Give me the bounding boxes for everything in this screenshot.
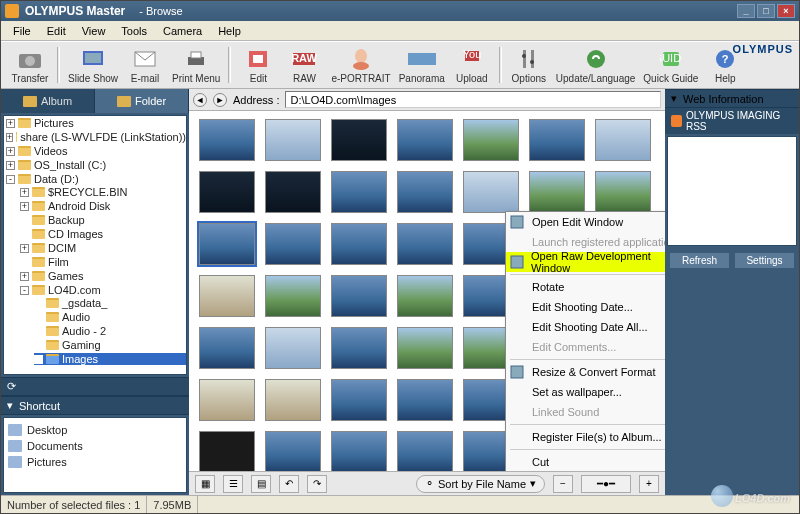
nav-forward-button[interactable]: ► — [213, 93, 227, 107]
email-button[interactable]: E-mail — [122, 44, 168, 86]
tree-twisty[interactable]: + — [6, 133, 13, 142]
thumbnail[interactable] — [529, 171, 585, 213]
thumbnail[interactable] — [265, 119, 321, 161]
menu-item[interactable]: Edit Shooting Date All... — [506, 317, 665, 337]
thumbnail[interactable] — [331, 171, 387, 213]
thumbnail[interactable] — [397, 327, 453, 369]
tree-twisty[interactable]: - — [20, 286, 29, 295]
thumbnail[interactable] — [265, 431, 321, 471]
menu-item[interactable]: Edit Shooting Date... — [506, 297, 665, 317]
view-detail-button[interactable]: ▤ — [251, 475, 271, 493]
thumbnail[interactable] — [397, 275, 453, 317]
menu-item[interactable]: Cut — [506, 452, 665, 471]
folder-tree[interactable]: +Pictures+share (LS-WVLFDE (LinkStation)… — [3, 115, 187, 375]
thumbnail[interactable] — [265, 223, 321, 265]
tree-node[interactable]: -LO4D.com — [20, 284, 186, 296]
settings-button[interactable]: Settings — [734, 252, 795, 269]
zoom-slider[interactable]: ━●━ — [581, 475, 631, 493]
menu-edit[interactable]: Edit — [39, 23, 74, 39]
tree-node[interactable]: Gaming — [34, 339, 186, 351]
view-list-button[interactable]: ☰ — [223, 475, 243, 493]
thumbnail[interactable] — [265, 275, 321, 317]
minimize-button[interactable]: _ — [737, 4, 755, 18]
tree-node[interactable]: _gsdata_ — [34, 297, 186, 309]
thumbnail[interactable] — [265, 171, 321, 213]
thumbnail-area[interactable]: Open Edit WindowLaunch registered applic… — [189, 111, 665, 471]
thumbnail[interactable] — [199, 223, 255, 265]
tree-twisty[interactable] — [34, 355, 43, 364]
thumbnail[interactable] — [331, 223, 387, 265]
tree-node[interactable]: Audio - 2 — [34, 325, 186, 337]
tree-node[interactable]: +Games — [20, 270, 186, 282]
tree-node[interactable]: Images — [34, 353, 186, 365]
address-input[interactable] — [285, 91, 661, 108]
menu-view[interactable]: View — [74, 23, 114, 39]
tree-twisty[interactable] — [34, 299, 43, 308]
rotate-right-button[interactable]: ↷ — [307, 475, 327, 493]
sort-button[interactable]: ⚬Sort by File Name▾ — [416, 475, 545, 493]
thumbnail[interactable] — [463, 171, 519, 213]
close-button[interactable]: × — [777, 4, 795, 18]
shortcut-desktop[interactable]: Desktop — [8, 422, 182, 438]
zoom-out-button[interactable]: − — [553, 475, 573, 493]
panorama-button[interactable]: Panorama — [395, 44, 449, 86]
thumbnail[interactable] — [397, 431, 453, 471]
shortcut-header[interactable]: ▾ Shortcut — [1, 396, 189, 415]
thumbnail[interactable] — [199, 275, 255, 317]
thumbnail[interactable] — [199, 431, 255, 471]
thumbnail[interactable] — [595, 119, 651, 161]
menu-camera[interactable]: Camera — [155, 23, 210, 39]
thumbnail[interactable] — [331, 379, 387, 421]
tree-twisty[interactable]: + — [6, 147, 15, 156]
tree-twisty[interactable] — [34, 341, 43, 350]
thumbnail[interactable] — [265, 379, 321, 421]
menu-item[interactable]: Register File(s) to Album... — [506, 427, 665, 447]
tree-twisty[interactable]: + — [6, 119, 15, 128]
rotate-left-button[interactable]: ↶ — [279, 475, 299, 493]
tree-twisty[interactable]: + — [20, 272, 29, 281]
thumbnail[interactable] — [331, 431, 387, 471]
thumbnail[interactable] — [265, 327, 321, 369]
tree-twisty[interactable] — [20, 216, 29, 225]
thumbnail[interactable] — [331, 119, 387, 161]
options-button[interactable]: Options — [506, 44, 552, 86]
tree-twisty[interactable]: + — [6, 161, 15, 170]
menu-item[interactable]: Rotate▶ — [506, 277, 665, 297]
tree-node[interactable]: Backup — [20, 214, 186, 226]
thumbnail[interactable] — [331, 275, 387, 317]
tree-twisty[interactable]: + — [20, 244, 29, 253]
tree-twisty[interactable] — [20, 258, 29, 267]
menu-item[interactable]: Set as wallpaper... — [506, 382, 665, 402]
tree-twisty[interactable]: - — [6, 175, 15, 184]
tree-twisty[interactable]: + — [20, 202, 29, 211]
rss-header[interactable]: OLYMPUS IMAGING RSS — [665, 108, 799, 134]
slideshow-button[interactable]: Slide Show — [64, 44, 122, 86]
menu-item[interactable]: Open Edit Window — [506, 212, 665, 232]
tree-twisty[interactable] — [34, 327, 43, 336]
webinfo-header[interactable]: ▾ Web Information — [665, 89, 799, 108]
menu-help[interactable]: Help — [210, 23, 249, 39]
thumbnail[interactable] — [199, 171, 255, 213]
transfer-button[interactable]: Transfer — [7, 44, 53, 86]
tree-node[interactable]: +OS_Install (C:) — [6, 159, 186, 171]
tab-album[interactable]: Album — [1, 89, 95, 113]
shortcut-pictures[interactable]: Pictures — [8, 454, 182, 470]
tree-twisty[interactable] — [20, 230, 29, 239]
upload-button[interactable]: YouUpload — [449, 44, 495, 86]
menu-file[interactable]: File — [5, 23, 39, 39]
tree-node[interactable]: +Videos — [6, 145, 186, 157]
zoom-in-button[interactable]: + — [639, 475, 659, 493]
thumbnail[interactable] — [331, 327, 387, 369]
thumbnail[interactable] — [397, 171, 453, 213]
thumbnail[interactable] — [463, 119, 519, 161]
tree-twisty[interactable]: + — [20, 188, 29, 197]
menu-tools[interactable]: Tools — [113, 23, 155, 39]
tree-twisty[interactable] — [34, 313, 43, 322]
thumbnail[interactable] — [397, 223, 453, 265]
edit-button[interactable]: Edit — [235, 44, 281, 86]
refresh-icon[interactable]: ⟳ — [7, 380, 16, 393]
thumbnail[interactable] — [529, 119, 585, 161]
eportrait-button[interactable]: e-PORTRAIT — [327, 44, 394, 86]
tree-node[interactable]: CD Images — [20, 228, 186, 240]
thumbnail[interactable] — [199, 327, 255, 369]
